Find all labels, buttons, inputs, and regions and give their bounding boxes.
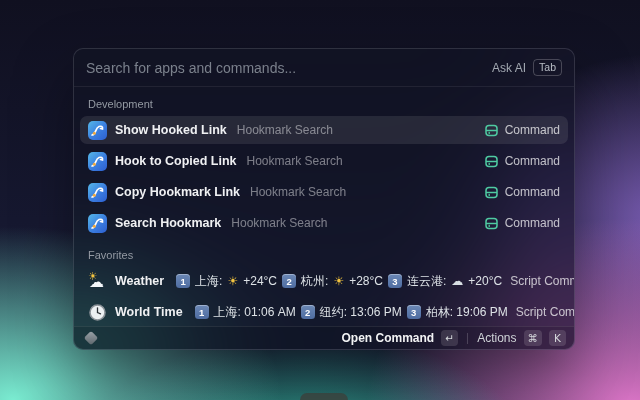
- section-header: Favorites: [80, 240, 568, 267]
- item-title: Copy Hookmark Link: [115, 185, 240, 199]
- footer-bar: Open Command ↵ Actions ⌘ K: [74, 326, 574, 349]
- list-item[interactable]: Hook to Copied LinkHookmark SearchComman…: [80, 147, 568, 175]
- item-type-label: Command: [505, 154, 560, 168]
- segment-label: 纽约: 13:06 PM: [320, 304, 402, 321]
- search-input[interactable]: [86, 60, 492, 76]
- item-type-label: Command: [505, 216, 560, 230]
- item-title: World Time: [115, 305, 183, 319]
- command-icon: [485, 217, 498, 230]
- list-item[interactable]: Show Hooked LinkHookmark SearchCommand: [80, 116, 568, 144]
- item-subtitle: Hookmark Search: [237, 123, 333, 137]
- keycap-number-icon: 1: [195, 305, 209, 319]
- segment-label: 柏林: 19:06 PM: [426, 304, 508, 321]
- ask-ai-label: Ask AI: [492, 61, 526, 75]
- segment-value: +20°C: [468, 274, 502, 288]
- sun-icon: ☀: [333, 274, 344, 288]
- keycap-number-icon: 3: [388, 274, 402, 288]
- command-icon: [485, 124, 498, 137]
- item-subtitle: Hookmark Search: [250, 185, 346, 199]
- hookmark-app-icon: [88, 152, 107, 171]
- segment-value: +28°C: [349, 274, 383, 288]
- results-list: DevelopmentShow Hooked LinkHookmark Sear…: [74, 87, 574, 326]
- item-detail-segments: 1上海:☀+24°C2杭州:☀+28°C3连云港:☁+20°C: [176, 273, 502, 290]
- enter-key-icon: ↵: [441, 330, 458, 346]
- k-key-icon: K: [549, 330, 566, 346]
- hookmark-app-icon: [88, 214, 107, 233]
- segment-label: 上海: 01:06 AM: [214, 304, 296, 321]
- item-title: Weather: [115, 274, 164, 288]
- item-type-label: Command: [505, 185, 560, 199]
- sun-icon: ☀: [227, 274, 238, 288]
- keycap-number-icon: 2: [301, 305, 315, 319]
- list-item[interactable]: World Time1上海: 01:06 AM2纽约: 13:06 PM3柏林:…: [80, 298, 568, 326]
- keycap-number-icon: 1: [176, 274, 190, 288]
- item-subtitle: Hookmark Search: [247, 154, 343, 168]
- segment-label: 上海:: [195, 273, 222, 290]
- list-item[interactable]: Copy Hookmark LinkHookmark SearchCommand: [80, 178, 568, 206]
- item-title: Show Hooked Link: [115, 123, 227, 137]
- item-accessory: Command: [485, 154, 560, 168]
- command-icon: [485, 155, 498, 168]
- footer-separator: [467, 333, 468, 344]
- item-accessory: Command: [485, 123, 560, 137]
- command-icon: [485, 186, 498, 199]
- search-bar: Ask AI Tab: [74, 49, 574, 87]
- item-type-label: Command: [505, 123, 560, 137]
- ask-ai-control[interactable]: Ask AI Tab: [492, 59, 562, 77]
- hookmark-app-icon: [88, 121, 107, 140]
- section-header: Development: [80, 89, 568, 116]
- list-item[interactable]: Search HookmarkHookmark SearchCommand: [80, 209, 568, 237]
- cloud-icon: ☁: [451, 274, 463, 288]
- item-accessory: Script Command: [510, 274, 574, 288]
- list-item[interactable]: ☀☁Weather1上海:☀+24°C2杭州:☀+28°C3连云港:☁+20°C…: [80, 267, 568, 295]
- item-type-label: Script Command: [510, 274, 574, 288]
- raycast-logo-icon: [84, 331, 98, 345]
- item-accessory: Command: [485, 185, 560, 199]
- item-title: Hook to Copied Link: [115, 154, 237, 168]
- hookmark-app-icon: [88, 183, 107, 202]
- actions-button[interactable]: Actions: [477, 331, 516, 345]
- segment-value: +24°C: [243, 274, 277, 288]
- world-time-app-icon: [88, 303, 107, 322]
- background-dock-peek: [300, 393, 348, 400]
- item-title: Search Hookmark: [115, 216, 221, 230]
- open-command-button[interactable]: Open Command: [341, 331, 434, 345]
- weather-app-icon: ☀☁: [88, 272, 107, 291]
- item-accessory: Script Command: [516, 305, 574, 319]
- cmd-key-icon: ⌘: [524, 330, 543, 346]
- item-detail-segments: 1上海: 01:06 AM2纽约: 13:06 PM3柏林: 19:06 PM: [195, 304, 508, 321]
- segment-label: 杭州:: [301, 273, 328, 290]
- item-subtitle: Hookmark Search: [231, 216, 327, 230]
- raycast-launcher-window: Ask AI Tab DevelopmentShow Hooked LinkHo…: [73, 48, 575, 350]
- keycap-number-icon: 2: [282, 274, 296, 288]
- segment-label: 连云港:: [407, 273, 446, 290]
- tab-key-badge: Tab: [533, 59, 562, 77]
- item-accessory: Command: [485, 216, 560, 230]
- item-type-label: Script Command: [516, 305, 574, 319]
- keycap-number-icon: 3: [407, 305, 421, 319]
